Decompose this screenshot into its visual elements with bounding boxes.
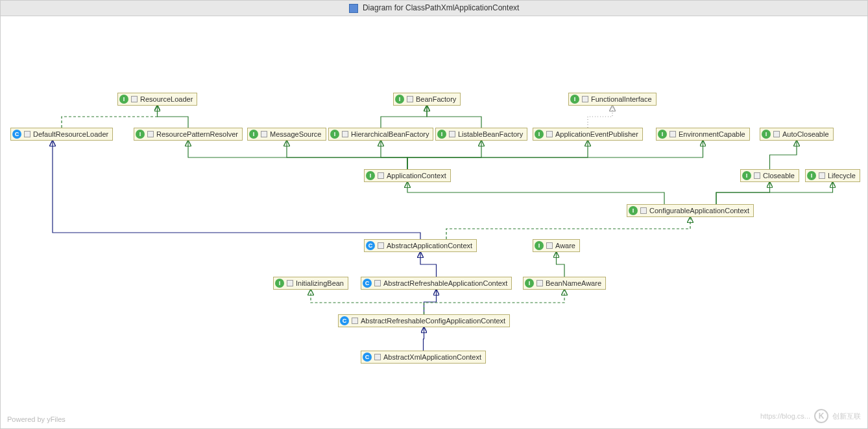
- node-AbstractRefreshableConfigApplicationContext[interactable]: CAbstractRefreshableConfigApplicationCon…: [338, 314, 510, 327]
- edge-ConfigurableApplicationContext-to-ApplicationContext: [407, 182, 664, 204]
- type-mini-icon: [546, 131, 553, 137]
- node-label: BeanFactory: [416, 95, 456, 103]
- node-label: EnvironmentCapable: [679, 130, 745, 138]
- type-mini-icon: [669, 131, 676, 137]
- edge-AbstractApplicationContext-to-DefaultResourceLoader: [53, 141, 420, 239]
- edge-AbstractApplicationContext-to-ConfigurableApplicationContext: [446, 217, 690, 239]
- interface-badge-icon: I: [525, 279, 534, 288]
- interface-badge-icon: I: [136, 130, 145, 139]
- edge-AbstractRefreshableApplicationContext-to-AbstractApplicationContext: [420, 252, 437, 277]
- edge-AbstractRefreshableConfigApplicationContext-to-BeanNameAware: [424, 290, 565, 314]
- node-ResourcePatternResolver[interactable]: IResourcePatternResolver: [134, 128, 243, 141]
- type-mini-icon: [342, 131, 348, 137]
- edge-ApplicationContext-to-EnvironmentCapable: [407, 141, 703, 169]
- node-label: ApplicationContext: [387, 172, 446, 180]
- node-MessageSource[interactable]: IMessageSource: [247, 128, 326, 141]
- class-badge-icon: C: [363, 353, 372, 362]
- interface-badge-icon: I: [119, 95, 128, 104]
- page-title: Diagram for ClassPathXmlApplicationConte…: [363, 3, 519, 12]
- node-HierarchicalBeanFactory[interactable]: IHierarchicalBeanFactory: [328, 128, 433, 141]
- interface-badge-icon: I: [437, 130, 446, 139]
- node-FunctionalInterface[interactable]: IFunctionalInterface: [568, 93, 657, 106]
- type-mini-icon: [374, 354, 381, 360]
- node-BeanNameAware[interactable]: IBeanNameAware: [523, 277, 606, 290]
- edge-AbstractRefreshableConfigApplicationContext-to-InitializingBean: [311, 290, 424, 314]
- class-badge-icon: C: [340, 316, 349, 325]
- type-mini-icon: [546, 242, 553, 249]
- node-Closeable[interactable]: ICloseable: [740, 169, 799, 182]
- type-mini-icon: [374, 280, 381, 286]
- type-mini-icon: [449, 131, 455, 137]
- node-DefaultResourceLoader[interactable]: CDefaultResourceLoader: [10, 128, 113, 141]
- node-label: AbstractXmlApplicationContext: [383, 353, 481, 361]
- node-label: BeanNameAware: [546, 279, 601, 287]
- type-mini-icon: [819, 172, 825, 179]
- interface-badge-icon: I: [275, 279, 284, 288]
- interface-badge-icon: I: [535, 241, 544, 250]
- edge-ResourcePatternResolver-to-ResourceLoader: [158, 106, 189, 128]
- diagram-canvas[interactable]: IResourceLoaderIBeanFactoryIFunctionalIn…: [1, 16, 867, 428]
- node-label: Closeable: [763, 172, 795, 180]
- node-label: InitializingBean: [296, 279, 344, 287]
- interface-badge-icon: I: [570, 95, 579, 104]
- node-Aware[interactable]: IAware: [533, 239, 580, 252]
- node-ListableBeanFactory[interactable]: IListableBeanFactory: [435, 128, 527, 141]
- type-mini-icon: [261, 131, 267, 137]
- interface-badge-icon: I: [366, 171, 375, 180]
- node-label: Aware: [555, 242, 575, 249]
- edge-ApplicationEventPublisher-to-FunctionalInterface: [588, 106, 612, 128]
- interface-badge-icon: I: [629, 206, 638, 215]
- node-Lifecycle[interactable]: ILifecycle: [805, 169, 860, 182]
- interface-badge-icon: I: [535, 130, 544, 139]
- node-ResourceLoader[interactable]: IResourceLoader: [117, 93, 197, 106]
- edge-ConfigurableApplicationContext-to-Lifecycle: [716, 182, 833, 204]
- node-label: ResourceLoader: [140, 95, 193, 103]
- class-badge-icon: C: [12, 130, 21, 139]
- node-AbstractApplicationContext[interactable]: CAbstractApplicationContext: [364, 239, 477, 252]
- node-AutoCloseable[interactable]: IAutoCloseable: [760, 128, 834, 141]
- node-InitializingBean[interactable]: IInitializingBean: [273, 277, 348, 290]
- type-mini-icon: [287, 280, 293, 286]
- interface-badge-icon: I: [807, 171, 816, 180]
- edge-BeanNameAware-to-Aware: [557, 252, 565, 277]
- edges-layer: [1, 16, 867, 428]
- node-label: ResourcePatternResolver: [156, 130, 238, 138]
- node-label: AbstractApplicationContext: [387, 242, 472, 249]
- type-mini-icon: [754, 172, 760, 179]
- edge-ApplicationContext-to-ApplicationEventPublisher: [407, 141, 588, 169]
- type-mini-icon: [147, 131, 154, 137]
- node-EnvironmentCapable[interactable]: IEnvironmentCapable: [656, 128, 750, 141]
- title-bar: Diagram for ClassPathXmlApplicationConte…: [1, 1, 867, 16]
- interface-badge-icon: I: [395, 95, 404, 104]
- node-AbstractXmlApplicationContext[interactable]: CAbstractXmlApplicationContext: [361, 351, 486, 364]
- node-label: HierarchicalBeanFactory: [351, 130, 429, 138]
- edge-ConfigurableApplicationContext-to-Closeable: [716, 182, 770, 204]
- type-mini-icon: [582, 96, 588, 102]
- edge-ApplicationContext-to-ListableBeanFactory: [407, 141, 481, 169]
- node-label: DefaultResourceLoader: [33, 130, 108, 138]
- interface-badge-icon: I: [658, 130, 667, 139]
- node-label: ApplicationEventPublisher: [555, 130, 638, 138]
- type-mini-icon: [378, 242, 384, 249]
- edge-DefaultResourceLoader-to-ResourceLoader: [62, 106, 158, 128]
- edge-AbstractXmlApplicationContext-to-AbstractRefreshableConfigApplicationContext: [424, 327, 424, 351]
- type-mini-icon: [407, 96, 413, 102]
- node-label: AutoCloseable: [782, 130, 829, 138]
- class-badge-icon: C: [366, 241, 375, 250]
- node-label: Lifecycle: [828, 172, 856, 180]
- node-ApplicationEventPublisher[interactable]: IApplicationEventPublisher: [533, 128, 643, 141]
- edge-Closeable-to-AutoCloseable: [770, 141, 797, 169]
- type-mini-icon: [536, 280, 543, 286]
- node-AbstractRefreshableApplicationContext[interactable]: CAbstractRefreshableApplicationContext: [361, 277, 512, 290]
- type-mini-icon: [352, 318, 358, 324]
- node-label: ConfigurableApplicationContext: [649, 207, 749, 214]
- node-BeanFactory[interactable]: IBeanFactory: [393, 93, 461, 106]
- edge-HierarchicalBeanFactory-to-BeanFactory: [381, 106, 427, 128]
- node-ApplicationContext[interactable]: IApplicationContext: [364, 169, 451, 182]
- edge-ApplicationContext-to-ResourcePatternResolver: [188, 141, 407, 169]
- edge-ApplicationContext-to-HierarchicalBeanFactory: [381, 141, 407, 169]
- type-mini-icon: [773, 131, 780, 137]
- node-label: AbstractRefreshableConfigApplicationCont…: [361, 317, 505, 325]
- node-ConfigurableApplicationContext[interactable]: IConfigurableApplicationContext: [627, 204, 754, 217]
- interface-badge-icon: I: [762, 130, 771, 139]
